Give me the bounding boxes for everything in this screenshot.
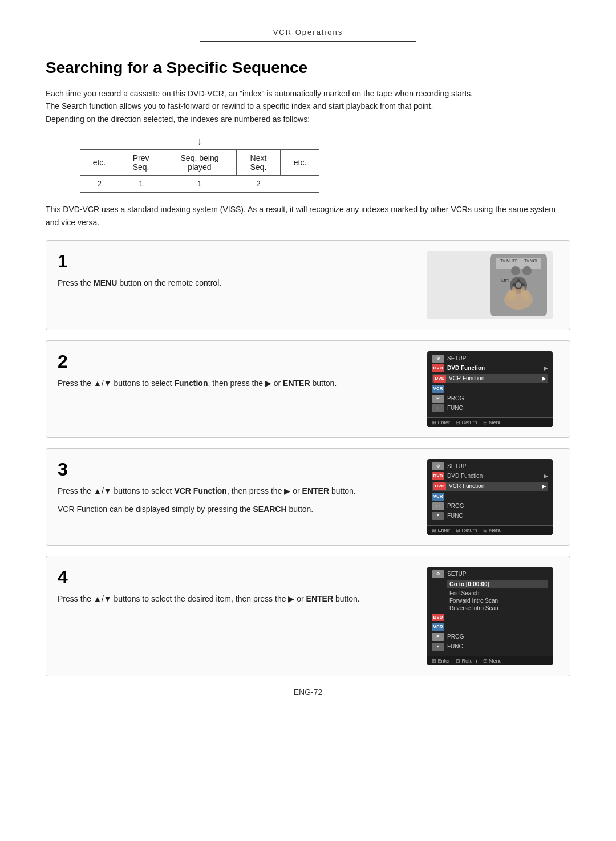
step-4-content: 4 Press the ▲/▼ buttons to select the de… bbox=[58, 567, 422, 605]
menu-screen-3: ⚙ SETUP DVD DVD Function ▶ DVD VCR Funct… bbox=[427, 459, 553, 535]
section-header: VCR Operations bbox=[200, 23, 416, 42]
step-4-box: 4 Press the ▲/▼ buttons to select the de… bbox=[46, 556, 570, 676]
page-number: ENG-72 bbox=[46, 688, 570, 697]
step-4-number: 4 bbox=[58, 567, 410, 588]
step-3-text: Press the ▲/▼ buttons to select VCR Func… bbox=[58, 485, 410, 497]
arrow-indicator: ↓ bbox=[80, 136, 319, 148]
step-2-box: 2 Press the ▲/▼ buttons to select Functi… bbox=[46, 340, 570, 438]
step-2-number: 2 bbox=[58, 351, 410, 372]
viss-text: This DVD-VCR uses a standard indexing sy… bbox=[46, 203, 570, 229]
svg-point-16 bbox=[512, 286, 516, 300]
svg-point-13 bbox=[516, 282, 521, 288]
step-4-image: ⚙ SETUP Go to [0:00:00] End Search Forwa… bbox=[422, 567, 558, 665]
svg-point-5 bbox=[511, 266, 520, 275]
step-3-content: 3 Press the ▲/▼ buttons to select VCR Fu… bbox=[58, 459, 422, 516]
step-1-text: Press the MENU button on the remote cont… bbox=[58, 277, 410, 289]
step-3-extra: VCR Function can be displayed simply by … bbox=[58, 503, 410, 515]
step-1-image: TV MUTE TV VOL MEI bbox=[422, 251, 558, 319]
step-3-box: 3 Press the ▲/▼ buttons to select VCR Fu… bbox=[46, 448, 570, 546]
svg-point-6 bbox=[522, 266, 532, 275]
step-4-text: Press the ▲/▼ buttons to select the desi… bbox=[58, 592, 410, 605]
index-diagram: ↓ etc. PrevSeq. Seq. beingplayed NextSeq… bbox=[46, 136, 570, 193]
svg-text:MEI: MEI bbox=[501, 278, 509, 283]
menu-screen-4: ⚙ SETUP Go to [0:00:00] End Search Forwa… bbox=[427, 567, 553, 665]
page-title: Searching for a Specific Sequence bbox=[46, 59, 570, 77]
svg-point-18 bbox=[525, 290, 529, 301]
step-2-image: ⚙ SETUP DVD DVD Function ▶ DVD VCR Funct… bbox=[422, 351, 558, 427]
section-title: VCR Operations bbox=[273, 28, 343, 36]
step-3-number: 3 bbox=[58, 459, 410, 480]
svg-point-17 bbox=[521, 286, 525, 300]
svg-text:TV MUTE: TV MUTE bbox=[500, 259, 518, 263]
step-3-image: ⚙ SETUP DVD DVD Function ▶ DVD VCR Funct… bbox=[422, 459, 558, 535]
sequence-table: etc. PrevSeq. Seq. beingplayed NextSeq. … bbox=[80, 149, 319, 193]
step-1-box: 1 Press the MENU button on the remote co… bbox=[46, 240, 570, 330]
svg-text:TV VOL: TV VOL bbox=[524, 259, 538, 263]
step-1-number: 1 bbox=[58, 251, 410, 272]
step-2-content: 2 Press the ▲/▼ buttons to select Functi… bbox=[58, 351, 422, 389]
intro-text: Each time you record a cassette on this … bbox=[46, 87, 570, 125]
step-2-text: Press the ▲/▼ buttons to select Function… bbox=[58, 377, 410, 389]
remote-illustration: TV MUTE TV VOL MEI bbox=[427, 251, 553, 319]
step-1-content: 1 Press the MENU button on the remote co… bbox=[58, 251, 422, 289]
menu-screen-2: ⚙ SETUP DVD DVD Function ▶ DVD VCR Funct… bbox=[427, 351, 553, 427]
